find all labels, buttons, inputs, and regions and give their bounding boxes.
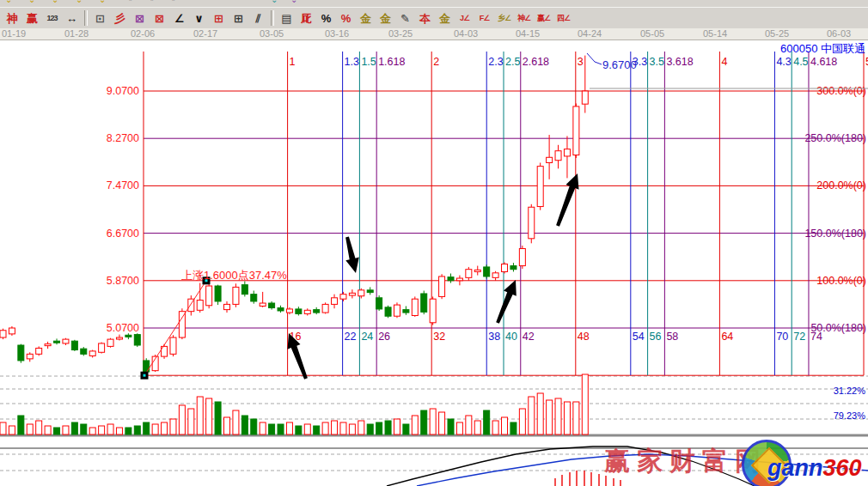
volume-bar [564, 402, 570, 434]
shen-ruler-icon[interactable]: 神 [3, 9, 22, 27]
volume-bar [233, 410, 239, 434]
volume-bar [456, 422, 462, 434]
candle-up [349, 293, 355, 295]
candle-up [456, 278, 462, 281]
parallel-lines-icon[interactable]: ⫽ [248, 9, 268, 27]
date-label: 04-15 [516, 28, 540, 39]
candle-down [421, 294, 427, 312]
gann-vline-label: 4.618 [810, 56, 837, 68]
bar-count-label: 22 [345, 331, 357, 343]
candle-up [547, 157, 553, 162]
percent-axis-label: 150.0%(180) [804, 228, 866, 240]
date-label: 01-19 [2, 28, 26, 39]
percent-retrace-icon[interactable]: 厑 [296, 9, 316, 27]
percent-axis-label: 100.0%(0) [816, 275, 866, 287]
candle-up [304, 310, 310, 313]
gann-square-icon[interactable]: ⊡ [90, 9, 110, 27]
candle-up [99, 343, 105, 352]
candle-up [0, 331, 6, 337]
gann-vline-label: 1 [290, 56, 296, 68]
volume-bar [89, 428, 95, 434]
percent-axis-label: 200.0%(0) [816, 179, 866, 191]
grid-box-icon[interactable]: ⊞ [229, 9, 248, 27]
volume-bar [125, 428, 131, 434]
stock-code-name: 600050 中国联通 [780, 42, 865, 55]
candle-up [582, 91, 588, 104]
candle-up [430, 299, 436, 323]
candle-down [269, 303, 275, 308]
j-angle-icon[interactable]: J∠ [455, 9, 474, 27]
ying-ruler-icon[interactable]: 赢 [22, 9, 42, 27]
peak-pointer-line [587, 53, 602, 64]
volume-bar [367, 424, 373, 434]
volume-bar [492, 421, 498, 434]
ruler-123-icon[interactable]: 123 [42, 9, 62, 27]
candle-up [474, 270, 480, 271]
si-angle-icon[interactable]: 四∠ [553, 9, 573, 27]
gann-vline-label: 2.618 [523, 56, 549, 68]
volume-bar [412, 416, 418, 434]
volume-bar [403, 424, 409, 434]
volume-bar [502, 417, 508, 434]
date-label: 03-05 [260, 28, 284, 39]
gann-box-fan-icon[interactable]: ⊠ [130, 9, 150, 27]
volume-bar [314, 426, 320, 434]
x-angle-icon[interactable]: 乡∠ [494, 9, 514, 27]
candle-down [484, 267, 490, 276]
percent-line-icon[interactable]: % [336, 9, 356, 27]
candle-up [519, 249, 525, 266]
gann-fan-icon[interactable]: 彡 [110, 9, 130, 27]
date-axis: 01-1901-2802-0602-1703-0503-1603-2504-03… [0, 28, 868, 40]
annotation-arrow[interactable] [345, 237, 359, 274]
v-lines-icon[interactable]: ∨ [189, 9, 209, 27]
width-measure-icon[interactable]: ↔ [62, 9, 82, 27]
volume-bar [304, 424, 310, 434]
trend-angle-icon[interactable]: ∠ [169, 9, 189, 27]
bar-count-label: 48 [578, 331, 590, 343]
gold-angle-icon[interactable]: 金 [435, 9, 455, 27]
gann-vline-label: 4.3 [776, 56, 791, 68]
date-label: 03-25 [388, 28, 413, 39]
volume-bar [197, 397, 203, 434]
candle-down [403, 310, 409, 313]
f-angle-icon[interactable]: F∠ [474, 9, 494, 27]
shen-angle-icon[interactable]: 神∠ [514, 9, 534, 27]
volume-bar [385, 421, 391, 434]
brush-icon[interactable]: ✎ [395, 9, 415, 27]
ying-angle-icon[interactable]: 赢∠ [534, 9, 553, 27]
volume-bar [296, 426, 302, 434]
annotation-arrow[interactable] [496, 280, 517, 324]
date-label: 05-25 [765, 28, 789, 39]
volume-bar [376, 422, 382, 434]
volume-bar [260, 422, 266, 434]
percent-icon[interactable]: % [316, 9, 336, 27]
price-axis-label: 6.6700 [107, 228, 139, 240]
bar-count-label: 26 [378, 331, 390, 343]
candle-up [89, 351, 95, 356]
bar-count-label: 42 [523, 331, 535, 343]
candle-up [63, 339, 69, 343]
volume-bar [116, 428, 122, 434]
toolbar-separator [84, 10, 88, 26]
candle-down [81, 349, 87, 354]
clipped-icon: ▫ [150, 0, 154, 4]
bar-count-label: 56 [650, 331, 662, 343]
candle-up [502, 264, 508, 271]
candle-up [573, 106, 579, 155]
volume-bars-icon[interactable]: ▤ [277, 9, 296, 27]
clipped-icon: ▫ [172, 0, 175, 4]
volume-bar [241, 416, 248, 434]
volume-bar [448, 419, 454, 434]
candle-down [71, 341, 77, 349]
percent-axis-label: 250.0%(180) [804, 132, 866, 144]
date-label: 05-14 [703, 28, 727, 39]
candle-up [332, 298, 338, 305]
clipped-icon: ▫ [129, 0, 132, 4]
gold-line-icon[interactable]: 金 [376, 9, 395, 27]
gold-circle-icon[interactable]: 金 [356, 9, 376, 27]
gann-box-diag-icon[interactable]: ⊠ [150, 9, 169, 27]
trend-line-handle-dot [144, 374, 146, 377]
candle-down [278, 308, 284, 311]
grid-red-icon[interactable]: ⊞ [209, 9, 229, 27]
wave-icon[interactable]: 夲 [415, 9, 435, 27]
